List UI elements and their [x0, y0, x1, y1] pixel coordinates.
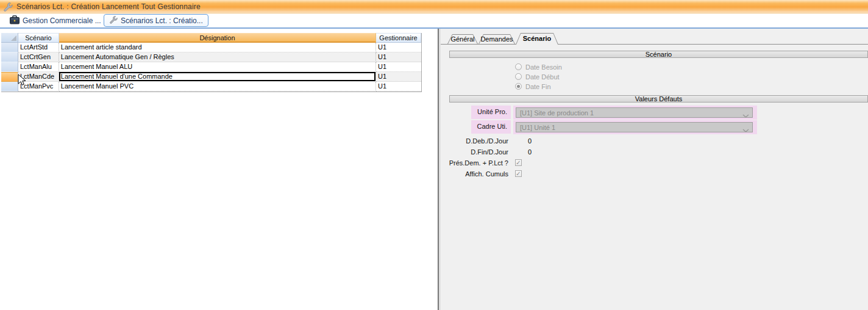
table-row[interactable]: LctManPvcLancement Manuel PVCU1 [1, 82, 421, 92]
row-selector[interactable] [1, 43, 18, 52]
pres-dem-label: Prés.Dem. + P.Lct ? [390, 159, 508, 167]
column-header-designation[interactable]: Désignation [59, 33, 376, 43]
pane-divider[interactable] [438, 29, 439, 310]
table-body: LctArtStdLancement article standardU1Lct… [1, 43, 421, 92]
application-window: Scénarios Lct. : Création Lancement Tout… [0, 0, 868, 310]
chevron-down-icon [742, 126, 749, 132]
detail-pane [440, 29, 868, 310]
wrench-icon [3, 2, 13, 12]
group-bar-valeurs-defauts: Valeurs Défauts [449, 95, 868, 103]
radio-icon [515, 73, 522, 80]
cell-gestionnaire[interactable]: U1 [376, 72, 421, 82]
corner-triangle-icon [11, 35, 16, 41]
tab-label: Gestion Commerciale ... [23, 16, 101, 25]
tab-label: Scénarios Lct. : Créatio... [121, 16, 203, 25]
ddeb-djour-label: D.Deb./D.Jour [390, 137, 508, 145]
table-row[interactable]: LctManAluLancement Manuel ALUU1 [1, 62, 421, 72]
unite-pro-combobox[interactable]: [U1] Site de production 1 [516, 107, 753, 118]
dfin-djour-label: D.Fin/D.Jour [390, 148, 508, 156]
mouse-cursor [18, 74, 26, 88]
briefcase-icon [10, 15, 20, 26]
table-row[interactable]: LctCrtGenLancement Automatique Gen / Règ… [1, 52, 421, 62]
table-row[interactable]: LctManCdeLancement Manuel d'une Commande… [1, 72, 421, 82]
row-selector[interactable] [1, 62, 18, 72]
tab-baseline [441, 44, 868, 45]
detail-tab-scenario[interactable]: Scénario [516, 33, 558, 45]
wrench-icon [109, 15, 118, 26]
radio-date-debut[interactable]: Date Début [515, 73, 560, 81]
cell-gestionnaire[interactable]: U1 [376, 82, 421, 92]
cadre-uti-combobox[interactable]: [U1] Unité 1 [516, 122, 753, 132]
dfin-djour-value: 0 [528, 148, 532, 156]
main-tab-strip: Gestion Commerciale ... Scénarios Lct. :… [0, 13, 868, 29]
row-selector[interactable] [1, 82, 18, 92]
cadre-uti-label: Cadre Uti. [471, 120, 511, 134]
cell-gestionnaire[interactable]: U1 [376, 43, 421, 52]
unite-pro-field-highlight: [U1] Site de production 1 [513, 106, 757, 120]
combo-value: [U1] Unité 1 [520, 124, 555, 131]
cell-designation[interactable]: Lancement Automatique Gen / Règles [59, 52, 376, 62]
table-row[interactable]: LctArtStdLancement article standardU1 [1, 43, 421, 52]
radio-date-besoin[interactable]: Date Besoin [515, 63, 562, 71]
cell-designation[interactable]: Lancement Manuel PVC [59, 82, 376, 92]
radio-icon [515, 83, 522, 90]
detail-tab-general[interactable]: Général [447, 34, 478, 44]
cell-gestionnaire[interactable]: U1 [376, 52, 421, 62]
scenario-table: Scénario Désignation Gestionnaire LctArt… [1, 33, 422, 92]
window-title: Scénarios Lct. : Création Lancement Tout… [16, 2, 201, 11]
unite-pro-label: Unité Pro. [471, 106, 511, 119]
row-selector-header[interactable] [1, 33, 18, 43]
row-selector[interactable] [1, 72, 18, 82]
cell-scenario[interactable]: LctCrtGen [18, 52, 59, 62]
cadre-uti-field-highlight: [U1] Unité 1 [513, 120, 757, 134]
radio-icon [515, 63, 522, 70]
affich-cumuls-label: Affich. Cumuls [390, 170, 508, 178]
cell-scenario[interactable]: LctManAlu [18, 62, 59, 72]
column-header-scenario[interactable]: Scénario [18, 33, 59, 43]
cell-gestionnaire[interactable]: U1 [376, 62, 421, 72]
column-header-gestionnaire[interactable]: Gestionnaire [376, 33, 421, 43]
combo-value: [U1] Site de production 1 [520, 109, 594, 117]
cell-designation[interactable]: Lancement Manuel ALU [59, 62, 376, 72]
tab-scenarios-lct[interactable]: Scénarios Lct. : Créatio... [104, 14, 208, 27]
row-selector[interactable] [1, 52, 18, 62]
chevron-down-icon [742, 112, 749, 118]
tab-gestion-commerciale[interactable]: Gestion Commerciale ... [5, 15, 106, 27]
cell-designation[interactable]: Lancement article standard [59, 43, 376, 52]
detail-tab-demandes[interactable]: Demandes [478, 34, 515, 44]
ddeb-djour-value: 0 [528, 137, 532, 145]
radio-date-fin[interactable]: Date Fin [515, 82, 551, 90]
affich-cumuls-checkbox[interactable]: ✓ [515, 170, 522, 177]
table-header-row: Scénario Désignation Gestionnaire [1, 33, 421, 43]
title-bar: Scénarios Lct. : Création Lancement Tout… [0, 0, 868, 13]
cell-designation-focused[interactable]: Lancement Manuel d'une Commande [59, 72, 376, 82]
group-bar-scenario: Scénario [449, 51, 868, 58]
cell-scenario[interactable]: LctArtStd [18, 43, 59, 52]
pres-dem-checkbox[interactable]: ✓ [515, 159, 522, 166]
